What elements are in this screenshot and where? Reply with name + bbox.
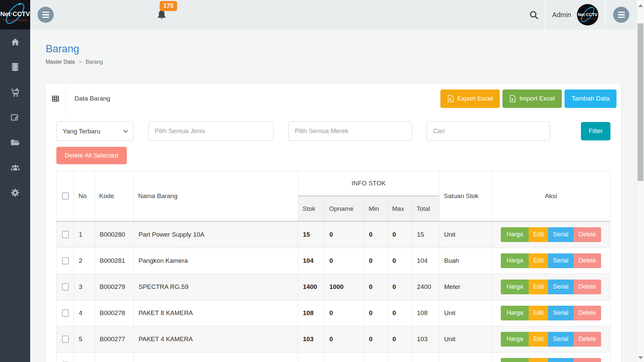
notification-count-badge: 175 [160,1,177,11]
home-icon [10,37,20,47]
cell-opname: 0 [325,248,364,274]
edit-button[interactable]: Edit [529,332,548,347]
cell-satuan: Unit [439,300,492,326]
database-icon [10,62,20,72]
harga-button[interactable]: Harga [501,253,529,268]
import-excel-button[interactable]: x Import Excel [502,89,562,108]
cell-opname: 1000 [325,274,364,300]
harga-button[interactable]: Harga [501,332,529,347]
settings-toggle-button[interactable] [613,7,629,23]
col-header-satuan: Satuan Stok [439,171,492,222]
sidebar-item-settings[interactable] [0,180,30,205]
cell-no: 1 [74,222,95,248]
row-checkbox[interactable] [62,283,69,291]
serial-button[interactable]: Serial [548,253,574,268]
edit-button[interactable]: Edit [529,280,548,294]
sort-select[interactable]: Yang Terbaru [56,121,133,141]
edit-button[interactable]: Edit [529,227,548,242]
row-checkbox[interactable] [62,309,69,317]
sidebar-item-edit[interactable] [0,105,30,130]
delete-button[interactable]: Delete [574,280,601,294]
row-checkbox[interactable] [62,336,69,343]
harga-button[interactable]: Harga [501,280,529,294]
delete-button[interactable]: Delete [574,358,601,362]
col-header-nama: Nama Barang [134,171,298,222]
serial-button[interactable]: Serial [548,358,574,362]
select-all-checkbox[interactable] [62,192,69,200]
table-row: 3 B000279 SPECTRA RG.59 1400 1000 0 0 24… [57,274,610,300]
table-row: Harga Edit Serial Delete [57,352,610,362]
breadcrumb-barang: Barang [86,59,103,65]
filter-button[interactable]: Filter [581,122,610,140]
user-menu[interactable]: Admin Net·CCTV Networking & Security Sys… [545,0,606,29]
folder-open-icon [10,137,20,148]
jenis-filter-input[interactable] [148,121,274,141]
barang-table: No Kode Nama Barang INFO STOK Satuan Sto… [56,171,610,362]
row-actions: Harga Edit Serial Delete [501,306,601,320]
delete-button[interactable]: Delete [574,253,601,268]
scroll-down-arrow[interactable] [638,356,643,359]
serial-button[interactable]: Serial [548,280,574,294]
edit-button[interactable]: Edit [529,253,548,268]
sidebar [0,29,30,362]
cell-opname [325,352,364,362]
cell-min: 0 [364,326,388,352]
breadcrumb-master-data[interactable]: Master Data [46,59,75,65]
harga-button[interactable]: Harga [501,306,529,320]
content-area: Barang Master Data > Barang D [30,29,637,362]
edit-button[interactable]: Edit [529,358,548,362]
cell-max: 0 [388,326,412,352]
delete-button[interactable]: Delete [574,227,601,242]
cell-no: 5 [74,326,95,352]
search-button[interactable] [523,10,545,20]
sidebar-toggle-button[interactable] [38,7,54,23]
cell-kode: B000279 [95,274,134,300]
row-actions: Harga Edit Serial Delete [501,358,601,362]
gear-icon [10,188,20,198]
row-checkbox[interactable] [62,257,69,264]
sidebar-item-database[interactable] [0,55,30,80]
delete-button[interactable]: Delete [574,306,601,320]
tambah-data-button[interactable]: Tambah Data [565,89,616,108]
merek-filter-input[interactable] [288,121,412,141]
serial-button[interactable]: Serial [548,332,574,347]
cell-max [388,352,412,362]
serial-button[interactable]: Serial [548,227,574,242]
harga-button[interactable]: Harga [501,227,529,242]
cell-satuan [439,352,492,362]
brand-logo[interactable]: Net·CCTV Networking & Security System [0,0,30,29]
delete-all-selected-button[interactable]: Delete All Selected [56,147,127,164]
cell-opname: 0 [325,222,364,248]
app-root: Net·CCTV Networking & Security System 17… [0,0,644,362]
sidebar-item-home[interactable] [0,29,30,55]
cell-total: 108 [412,300,439,326]
page-scrollbar[interactable] [637,0,644,362]
scrollbar-thumb[interactable] [638,23,643,181]
cell-stok: 108 [298,300,325,326]
sidebar-item-users[interactable] [0,155,30,180]
cell-max: 0 [388,300,412,326]
edit-icon [10,112,20,122]
excel-file-icon: x [509,95,516,102]
export-excel-button[interactable]: x Export Excel [440,89,500,108]
search-keyword-input[interactable] [427,121,550,141]
cell-min: 0 [364,300,388,326]
cell-stok [298,352,325,362]
col-header-no: No [74,171,95,222]
sidebar-item-files[interactable] [0,130,30,155]
cell-min: 0 [364,248,388,274]
cell-min: 0 [364,274,388,300]
table-row: 5 B000277 PAKET 4 KAMERA 103 0 0 0 103 U… [57,326,610,352]
delete-button[interactable]: Delete [574,332,601,347]
serial-button[interactable]: Serial [548,306,574,320]
row-checkbox[interactable] [62,231,69,238]
scroll-up-arrow[interactable] [638,4,643,7]
cell-no: 2 [74,248,95,274]
sidebar-item-cart[interactable] [0,80,30,105]
row-actions: Harga Edit Serial Delete [501,332,601,347]
harga-button[interactable]: Harga [501,358,529,362]
notifications-bell[interactable]: 175 [156,9,168,20]
cell-no: 4 [74,300,95,326]
row-actions: Harga Edit Serial Delete [501,253,601,268]
edit-button[interactable]: Edit [529,306,548,320]
